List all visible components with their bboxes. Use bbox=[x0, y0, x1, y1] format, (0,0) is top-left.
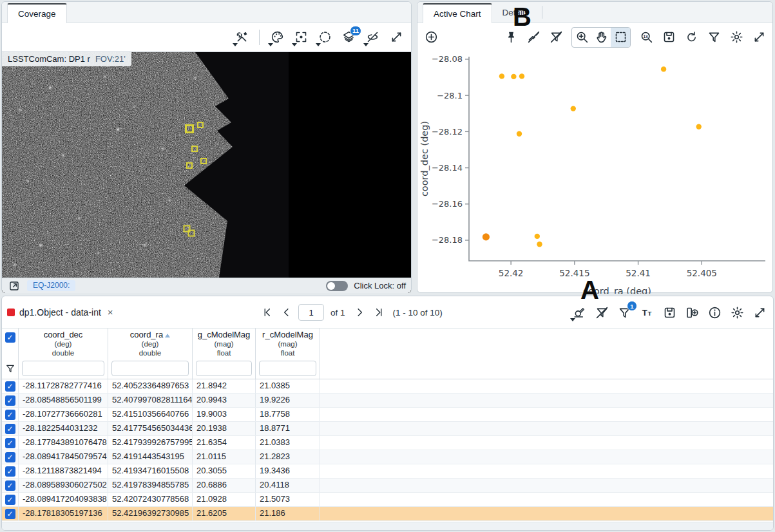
layers-icon[interactable]: 11 bbox=[339, 28, 358, 47]
data-point bbox=[571, 106, 576, 111]
pan-hand-icon[interactable] bbox=[591, 28, 611, 47]
table-cell: 52.42072430778568 bbox=[108, 493, 193, 506]
filter-input-coord_dec[interactable] bbox=[22, 361, 104, 376]
add-column-icon[interactable] bbox=[682, 303, 702, 322]
source-marker[interactable] bbox=[200, 158, 207, 164]
filter-input-coord_ra[interactable] bbox=[111, 361, 189, 376]
coverage-toolbar: 11 bbox=[2, 23, 411, 51]
gear-icon[interactable] bbox=[727, 28, 746, 47]
data-point bbox=[535, 234, 540, 239]
table-row[interactable]: ✓-28.08941720409383852.4207243077856821.… bbox=[2, 493, 773, 507]
table-row[interactable]: ✓-28.1781830519713652.4219639273098521.6… bbox=[2, 507, 773, 521]
coverage-panel: Coverage 11 HiPS / MOC Equ / Spherical bbox=[1, 1, 412, 293]
table-cell: -28.089417204093838 bbox=[19, 493, 108, 506]
table-cell: 21.0928 bbox=[193, 493, 256, 506]
table-cell: 20.9943 bbox=[193, 394, 256, 407]
filter-icon[interactable] bbox=[704, 28, 723, 47]
table-row[interactable]: ✓-28.182254403123252.41775456503443620.1… bbox=[2, 422, 773, 436]
prev-page-icon[interactable] bbox=[279, 305, 294, 320]
save-icon[interactable] bbox=[659, 28, 678, 47]
gear-icon[interactable] bbox=[727, 303, 747, 322]
fov-label: FOV:21' bbox=[95, 54, 126, 64]
filter-header-cell bbox=[2, 358, 19, 379]
first-page-icon[interactable] bbox=[260, 305, 275, 320]
expand-icon[interactable] bbox=[750, 303, 769, 322]
row-filler bbox=[320, 464, 773, 478]
filter-input-g_cModelMag[interactable] bbox=[196, 361, 252, 376]
source-marker[interactable] bbox=[188, 230, 195, 237]
row-checkbox[interactable]: ✓ bbox=[5, 452, 15, 462]
source-marker[interactable] bbox=[186, 162, 193, 169]
select-all-checkbox[interactable]: ✓ bbox=[5, 332, 15, 343]
row-checkbox[interactable]: ✓ bbox=[5, 480, 15, 491]
table-row[interactable]: ✓-28.17784389107647852.41793992675799521… bbox=[2, 436, 773, 450]
refresh-icon[interactable] bbox=[682, 28, 701, 47]
tab-coverage[interactable]: Coverage bbox=[7, 3, 67, 23]
zoom-1x-icon[interactable]: 1x bbox=[636, 28, 656, 47]
row-filler bbox=[320, 436, 773, 450]
table-cell: 21.5073 bbox=[256, 493, 320, 506]
toggle-knob bbox=[327, 282, 335, 290]
expand-icon[interactable] bbox=[387, 28, 406, 47]
scatter-chart[interactable]: −28.08−28.1−28.12−28.14−28.16−28.1852.42… bbox=[417, 52, 774, 294]
table-row[interactable]: ✓-28.08958930602750252.4197839485578520.… bbox=[2, 479, 773, 493]
flask-icon[interactable] bbox=[569, 303, 589, 322]
row-checkbox[interactable]: ✓ bbox=[5, 395, 15, 406]
expand-icon[interactable] bbox=[749, 28, 769, 47]
row-checkbox[interactable]: ✓ bbox=[5, 495, 15, 505]
y-axis-title: coord_dec (deg) bbox=[419, 121, 430, 196]
sort-ascending-icon bbox=[165, 334, 170, 337]
plus-circle-icon[interactable] bbox=[421, 28, 441, 47]
row-checkbox[interactable]: ✓ bbox=[5, 438, 15, 448]
tools-icon[interactable] bbox=[232, 28, 251, 47]
select-marquee-icon[interactable] bbox=[611, 28, 630, 47]
row-checkbox[interactable]: ✓ bbox=[5, 466, 15, 477]
column-header-g_cModelMag[interactable]: g_cModelMag(mag)float bbox=[193, 328, 256, 358]
row-checkbox[interactable]: ✓ bbox=[5, 424, 15, 434]
select-region-icon[interactable] bbox=[315, 28, 334, 47]
palette-icon[interactable] bbox=[267, 28, 287, 47]
text-view-icon[interactable]: TT bbox=[637, 303, 656, 322]
tab-active-chart[interactable]: Active Chart bbox=[423, 3, 492, 23]
table-row[interactable]: ✓-28.0854885650119952.40799708281116420.… bbox=[2, 394, 773, 408]
x-tick-label: 52.42 bbox=[499, 268, 524, 278]
hide-overlays-icon[interactable] bbox=[363, 28, 382, 47]
slashed-filter-icon[interactable] bbox=[546, 28, 566, 47]
row-checkbox[interactable]: ✓ bbox=[5, 410, 15, 420]
source-marker[interactable] bbox=[197, 122, 204, 128]
table-cell: 52.4191443543195 bbox=[108, 450, 193, 464]
filter-icon[interactable]: 1 bbox=[615, 303, 634, 322]
column-header-coord_ra[interactable]: coord_ra(deg)double bbox=[108, 328, 193, 358]
table-cell: 21.6205 bbox=[193, 507, 256, 520]
center-target-icon[interactable] bbox=[291, 28, 311, 47]
source-marker[interactable] bbox=[185, 124, 194, 133]
column-header-r_cModelMag[interactable]: r_cModelMag(mag)float bbox=[256, 328, 320, 358]
save-icon[interactable] bbox=[660, 303, 679, 322]
table-row[interactable]: ✓-28.1211887382149452.4193471601550820.3… bbox=[2, 464, 773, 479]
page-input[interactable] bbox=[298, 304, 324, 321]
table-cell: 52.41934716015508 bbox=[108, 464, 193, 478]
row-checkbox[interactable]: ✓ bbox=[5, 509, 15, 519]
table-cell: -28.10727736660281 bbox=[19, 408, 108, 421]
table-cell: 18.7758 bbox=[256, 408, 320, 421]
horizontal-scrollbar[interactable] bbox=[2, 522, 773, 530]
zoom-in-icon[interactable] bbox=[572, 28, 591, 47]
table-cell: 52.40523364897653 bbox=[108, 379, 193, 393]
last-page-icon[interactable] bbox=[371, 305, 387, 320]
table-row[interactable]: ✓-28.1172878277741652.4052336489765321.8… bbox=[2, 379, 773, 394]
sky-image-viewer[interactable]: LSSTComCam: DP1 rFOV:21' EQ-J2000: Click… bbox=[2, 52, 411, 293]
filter-input-r_cModelMag[interactable] bbox=[259, 361, 316, 376]
column-header-coord_dec[interactable]: coord_dec(deg)double bbox=[19, 328, 108, 358]
next-page-icon[interactable] bbox=[352, 305, 367, 320]
row-checkbox[interactable]: ✓ bbox=[5, 381, 15, 392]
close-icon[interactable]: × bbox=[106, 307, 115, 318]
table-row[interactable]: ✓-28.1072773666028152.4151035664076619.9… bbox=[2, 408, 773, 422]
table-row[interactable]: ✓-28.08941784507957452.419144354319521.0… bbox=[2, 450, 773, 464]
click-lock-toggle[interactable] bbox=[326, 281, 348, 291]
open-external-icon[interactable] bbox=[7, 279, 21, 293]
info-icon[interactable] bbox=[705, 303, 724, 322]
source-marker[interactable] bbox=[191, 146, 198, 152]
data-points[interactable] bbox=[483, 66, 702, 247]
table-cell: 20.6886 bbox=[193, 479, 256, 492]
slashed-filter-icon[interactable] bbox=[592, 303, 611, 322]
